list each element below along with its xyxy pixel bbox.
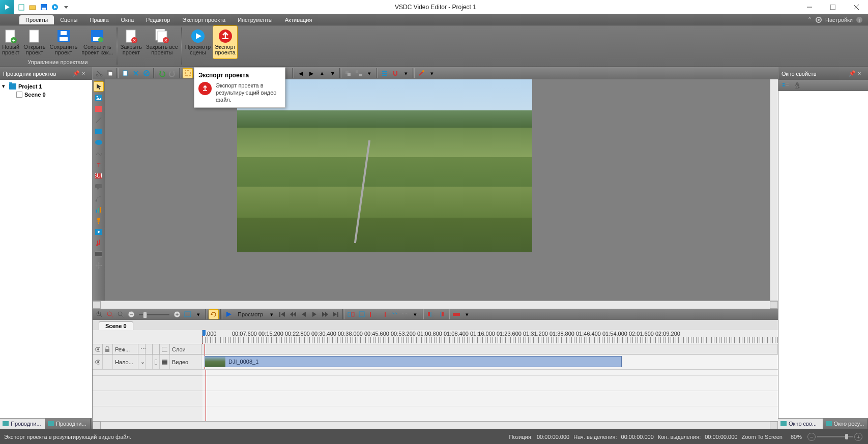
add-video-icon[interactable]	[94, 104, 104, 114]
qat-open-icon[interactable]	[28, 3, 37, 11]
unlink-icon[interactable]	[399, 309, 410, 319]
settings-label[interactable]: Настройки	[825, 17, 853, 23]
fit-screen-icon[interactable]	[183, 309, 193, 319]
split-icon[interactable]	[346, 309, 356, 319]
cut-icon[interactable]	[94, 68, 104, 78]
prev-drop[interactable]: ▾	[267, 309, 277, 319]
trim-right-icon[interactable]	[436, 309, 446, 319]
qat-dropdown-icon[interactable]	[62, 3, 70, 11]
delete-icon[interactable]	[131, 68, 141, 78]
track-props-icon[interactable]	[153, 354, 160, 369]
tree-scene-node[interactable]: Scene 0	[2, 91, 90, 99]
pin-icon[interactable]: 📌	[849, 70, 856, 77]
video-clip[interactable]: DJI_0008_1	[205, 356, 622, 367]
tab-windows[interactable]: Окна	[115, 15, 140, 24]
qat-save-icon[interactable]	[40, 3, 48, 11]
add-ellipse-icon[interactable]	[94, 137, 104, 147]
marker-drop[interactable]: ▾	[410, 309, 420, 319]
add-text-icon[interactable]: T	[94, 160, 104, 170]
help-icon[interactable]: i	[856, 16, 863, 23]
col-lock-icon[interactable]	[103, 344, 113, 354]
link-icon[interactable]	[389, 309, 399, 319]
add-chart-icon[interactable]	[94, 204, 104, 215]
tab-scenes[interactable]: Сцены	[54, 15, 83, 24]
timeline-hscroll[interactable]	[93, 421, 778, 429]
gear-icon[interactable]	[815, 16, 822, 23]
track-visibility-icon[interactable]	[93, 354, 103, 369]
new-project-button[interactable]: +Новый проект	[0, 25, 21, 59]
ungroup-icon[interactable]	[354, 68, 364, 78]
close-panel-icon[interactable]: ×	[858, 70, 865, 77]
col-mode[interactable]: Реж...	[113, 344, 138, 354]
status-zoom-slider[interactable]	[817, 436, 853, 437]
copy-icon[interactable]	[105, 68, 115, 78]
cursor-tool-icon[interactable]	[94, 81, 104, 92]
paste-icon[interactable]	[120, 68, 130, 78]
marker-a-icon[interactable]	[367, 309, 378, 319]
remove-sel-icon[interactable]	[451, 309, 461, 319]
zoom-slider[interactable]	[139, 314, 169, 315]
marker-b-icon[interactable]	[378, 309, 388, 319]
add-sprite-icon[interactable]	[94, 249, 104, 259]
add-line-icon[interactable]	[94, 115, 104, 125]
trim-left-icon[interactable]	[425, 309, 436, 319]
select-all-icon[interactable]	[183, 68, 193, 78]
add-rect-icon[interactable]	[94, 126, 104, 136]
qat-play-icon[interactable]	[51, 3, 59, 11]
col-layers[interactable]: Слои	[170, 344, 201, 354]
hscrollbar[interactable]	[93, 301, 778, 309]
project-tree[interactable]: ▾ Project 1 Scene 0	[0, 80, 92, 429]
status-zoom-in[interactable]: +	[854, 433, 862, 441]
qat-new-icon[interactable]	[17, 3, 25, 11]
tab-export[interactable]: Экспорт проекта	[176, 15, 232, 24]
timeline-empty-area[interactable]	[93, 370, 778, 421]
tree-project-node[interactable]: ▾ Project 1	[2, 82, 90, 91]
close-project-button[interactable]: ×Закрыть проект	[119, 25, 144, 59]
skip-end-icon[interactable]	[331, 309, 341, 319]
close-panel-icon[interactable]: ×	[82, 70, 89, 77]
wand-icon[interactable]	[416, 68, 426, 78]
frame-back-icon[interactable]	[299, 309, 309, 319]
col-visibility-icon[interactable]	[93, 344, 103, 354]
add-counter-icon[interactable]	[94, 216, 104, 226]
add-animation-icon[interactable]	[94, 227, 104, 237]
step-fwd-icon[interactable]	[320, 309, 330, 319]
zoom-in-icon[interactable]: +	[94, 309, 104, 319]
playhead-handle[interactable]	[202, 330, 206, 336]
align-drop-icon[interactable]: ▾	[401, 68, 411, 78]
close-button[interactable]	[845, 0, 868, 14]
frame-fwd-icon[interactable]	[309, 309, 320, 319]
bottom-tab-explorer1[interactable]: Проводни...	[0, 419, 45, 429]
snap-icon[interactable]	[390, 68, 400, 78]
add-audio-icon[interactable]	[94, 238, 104, 248]
vscrollbar[interactable]	[770, 79, 778, 301]
tab-edit[interactable]: Правка	[83, 15, 114, 24]
undo-icon[interactable]	[157, 68, 167, 78]
pin-icon[interactable]: 📌	[73, 70, 80, 77]
minimize-button[interactable]	[798, 0, 821, 14]
save-project-button[interactable]: Сохранить проект	[48, 25, 80, 59]
arrow-up-icon[interactable]: ▲	[317, 68, 327, 78]
skip-start-icon[interactable]	[277, 309, 287, 319]
bottom-tab-explorer2[interactable]: Проводни...	[45, 419, 91, 429]
add-subtitle-icon[interactable]: SUB	[94, 171, 104, 181]
save-as-button[interactable]: Сохранить проект как...	[79, 25, 115, 59]
arrow-right-icon[interactable]: ▶	[306, 68, 316, 78]
track-clip-area[interactable]: DJI_0008_1	[201, 354, 778, 369]
open-project-button[interactable]: Открыть проект	[21, 25, 47, 59]
bottom-tab-resources[interactable]: Окно ресу...	[823, 419, 869, 429]
wand-drop-icon[interactable]: ▾	[427, 68, 437, 78]
zoom-plus-button[interactable]	[172, 309, 182, 319]
align-icon[interactable]	[380, 68, 390, 78]
add-image-icon[interactable]	[94, 93, 104, 103]
add-freehand-icon[interactable]	[94, 149, 104, 159]
close-all-button[interactable]: ×Закрыть все проекты	[144, 25, 180, 59]
prop-categorize-icon[interactable]	[780, 80, 791, 91]
prop-sort-icon[interactable]: AZ	[792, 80, 802, 91]
add-spline-icon[interactable]	[94, 193, 104, 203]
move-tool-icon[interactable]	[94, 260, 104, 271]
export-project-button[interactable]: Экспорт проекта	[213, 25, 238, 59]
preview-scene-button[interactable]: Просмотр сцены	[183, 25, 213, 59]
group-icon[interactable]	[343, 68, 353, 78]
play-button[interactable]	[224, 309, 234, 319]
